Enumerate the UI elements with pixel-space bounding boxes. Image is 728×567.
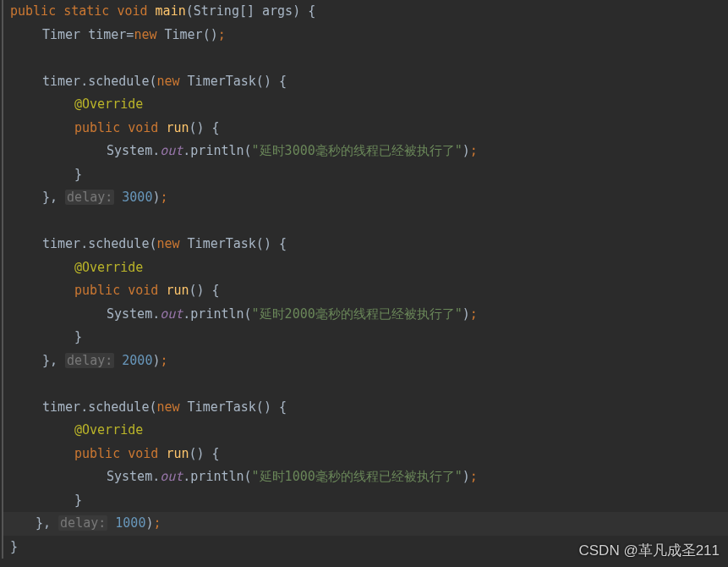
- token: Timer(): [165, 27, 218, 42]
- token: ): [463, 306, 470, 322]
- code-line: public static void main(String[] args) {: [10, 0, 721, 24]
- token: System.: [107, 469, 160, 484]
- keyword: new: [156, 236, 187, 251]
- param-hint: delay:: [65, 190, 114, 205]
- code-line: @Override: [10, 93, 721, 117]
- number: 2000: [114, 353, 152, 368]
- brace: }: [74, 493, 82, 508]
- token: System.: [107, 143, 160, 158]
- token: },: [42, 353, 65, 368]
- brace: }: [74, 329, 82, 344]
- token: () {: [189, 283, 219, 298]
- brace: }: [74, 167, 82, 182]
- number: 1000: [107, 515, 145, 531]
- keyword: public void: [74, 283, 166, 298]
- string: "延时2000毫秒的线程已经被执行了": [252, 306, 463, 322]
- code-line: }, delay: 2000);: [10, 350, 721, 373]
- token: },: [36, 515, 58, 531]
- semicolon: ;: [160, 190, 167, 205]
- semicolon: ;: [470, 143, 478, 158]
- annotation: @Override: [74, 96, 143, 112]
- code-line: Timer timer=new Timer();: [10, 24, 721, 47]
- code-line: timer.schedule(new TimerTask() {: [10, 396, 721, 420]
- code-line: }: [10, 489, 721, 513]
- token: System.: [107, 306, 160, 322]
- semicolon: ;: [470, 306, 478, 322]
- number: 3000: [114, 190, 152, 205]
- method-name: run: [166, 283, 189, 298]
- token: .println(: [183, 306, 251, 322]
- code-editor[interactable]: public static void main(String[] args) {…: [2, 0, 728, 559]
- code-line: System.out.println("延时2000毫秒的线程已经被执行了");: [10, 303, 721, 327]
- token: Timer timer=: [42, 27, 134, 42]
- field: out: [160, 143, 183, 158]
- code-line: }, delay: 3000);: [10, 186, 721, 210]
- semicolon: ;: [153, 515, 161, 531]
- token: .println(: [183, 143, 251, 158]
- brace: }: [10, 539, 18, 554]
- code-line: public void run() {: [10, 117, 721, 140]
- field: out: [160, 306, 183, 322]
- semicolon: ;: [218, 27, 226, 42]
- keyword: public void: [74, 120, 166, 135]
- token: ): [463, 469, 470, 484]
- method-name: run: [166, 446, 189, 461]
- string: "延时3000毫秒的线程已经被执行了": [252, 143, 463, 158]
- semicolon: ;: [470, 469, 478, 484]
- param-hint: delay:: [58, 515, 107, 531]
- token: },: [42, 190, 65, 205]
- code-line: public void run() {: [10, 279, 721, 303]
- blank-line: [10, 210, 721, 234]
- keyword: public void: [74, 446, 166, 461]
- code-line: timer.schedule(new TimerTask() {: [10, 233, 721, 256]
- code-line: }: [10, 163, 721, 187]
- field: out: [160, 469, 183, 484]
- code-line: System.out.println("延时3000毫秒的线程已经被执行了");: [10, 140, 721, 163]
- method-name: run: [166, 120, 189, 135]
- token: ): [463, 143, 470, 158]
- token: () {: [189, 120, 219, 135]
- token: (String[] args) {: [186, 3, 316, 19]
- blank-line: [10, 47, 721, 70]
- blank-line: [10, 372, 721, 396]
- token: TimerTask() {: [188, 236, 287, 251]
- code-line: @Override: [10, 256, 721, 280]
- watermark: CSDN @革凡成圣211: [578, 539, 720, 563]
- code-line: }: [10, 326, 721, 350]
- token: timer.schedule(: [42, 236, 156, 251]
- code-line: System.out.println("延时1000毫秒的线程已经被执行了");: [10, 465, 721, 489]
- code-line: @Override: [10, 419, 721, 443]
- keyword: new: [156, 399, 187, 415]
- keyword: new: [134, 27, 164, 42]
- string: "延时1000毫秒的线程已经被执行了": [252, 469, 463, 484]
- semicolon: ;: [160, 353, 167, 368]
- annotation: @Override: [74, 260, 143, 275]
- code-line: timer.schedule(new TimerTask() {: [10, 70, 721, 94]
- token: () {: [189, 446, 219, 461]
- token: timer.schedule(: [42, 74, 156, 89]
- annotation: @Override: [74, 422, 143, 438]
- token: TimerTask() {: [188, 399, 287, 415]
- token: timer.schedule(: [42, 399, 156, 415]
- code-line-highlighted: }, delay: 1000);: [3, 512, 728, 536]
- keyword: public static void: [10, 3, 156, 19]
- token: TimerTask() {: [188, 74, 287, 89]
- token: .println(: [183, 469, 251, 484]
- keyword: new: [156, 74, 187, 89]
- param-hint: delay:: [65, 353, 114, 368]
- method-name: main: [156, 3, 186, 19]
- code-line: public void run() {: [10, 443, 721, 466]
